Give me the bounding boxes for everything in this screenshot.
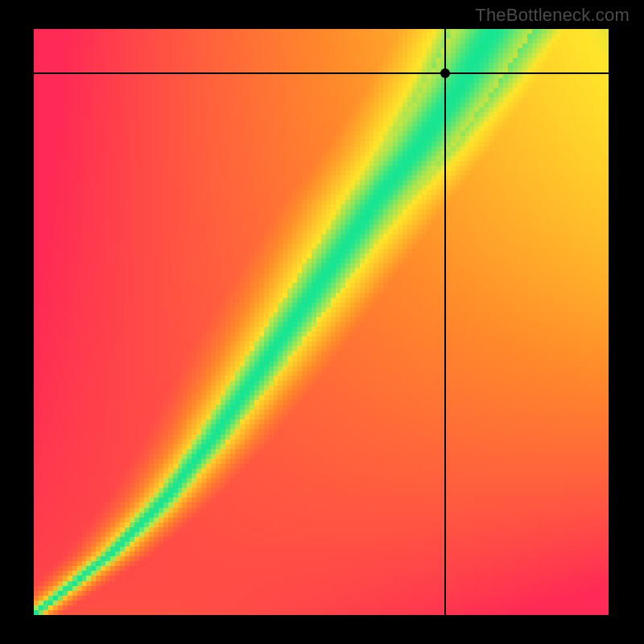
bottleneck-heatmap bbox=[34, 29, 609, 615]
watermark-text: TheBottleneck.com bbox=[475, 5, 630, 26]
crosshair-vertical bbox=[444, 29, 446, 615]
chart-frame: TheBottleneck.com bbox=[0, 0, 644, 644]
marker-dot bbox=[440, 68, 450, 78]
crosshair-horizontal bbox=[34, 72, 609, 74]
